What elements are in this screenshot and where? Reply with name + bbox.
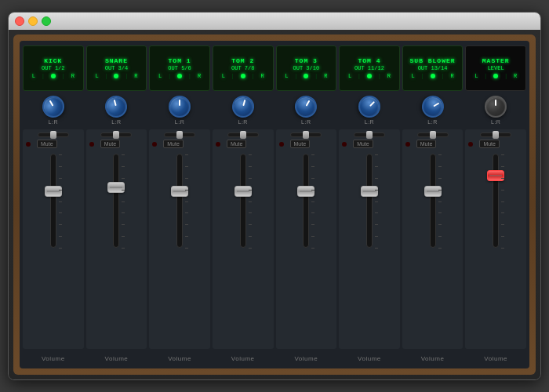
- lcd-l: L: [32, 73, 35, 79]
- pan-slider-thumb: [493, 131, 499, 139]
- mute-button[interactable]: Mute: [100, 140, 121, 148]
- volume-label-5: Volume: [339, 355, 400, 362]
- fader-track[interactable]: [50, 154, 56, 248]
- fader-area: [24, 151, 82, 346]
- lcd-r: R: [134, 73, 137, 79]
- fader-ticks: [185, 154, 188, 249]
- mute-button[interactable]: Mute: [416, 140, 437, 148]
- mute-led: [26, 142, 31, 147]
- main-window: KICK OUT 1/2 L | | R SNARE OUT 3/4 L | |…: [8, 12, 541, 380]
- lcd-panel-sub-blower: SUB BLOWER OUT 13/14 L | | R: [402, 45, 464, 91]
- mute-led: [468, 142, 473, 147]
- pan-area: [278, 132, 336, 137]
- volume-label-2: Volume: [149, 355, 210, 362]
- pan-area: [24, 132, 82, 137]
- fader-ticks: [249, 154, 252, 249]
- channel-strip-tom-3: Mute: [276, 129, 337, 349]
- mute-button[interactable]: Mute: [290, 140, 311, 148]
- mute-button[interactable]: Mute: [227, 140, 247, 148]
- knob-master[interactable]: [485, 96, 507, 118]
- lcd-l: L: [348, 73, 351, 79]
- volume-label-1: Volume: [86, 355, 147, 362]
- pan-slider-track[interactable]: [480, 132, 511, 137]
- mute-button[interactable]: Mute: [163, 140, 184, 148]
- knob-kick[interactable]: [38, 92, 68, 122]
- mute-button[interactable]: Mute: [37, 140, 57, 148]
- pan-slider-track[interactable]: [354, 132, 385, 137]
- knob-label: L:R: [301, 119, 311, 125]
- fader-area: [151, 151, 209, 346]
- fader-track[interactable]: [303, 154, 309, 248]
- fader-area: [404, 151, 462, 346]
- mute-button[interactable]: Mute: [479, 140, 500, 148]
- mute-led: [89, 142, 94, 147]
- lcd-led: [493, 74, 498, 78]
- fader-area: [467, 151, 525, 346]
- lcd-led: [114, 74, 118, 78]
- mute-led: [342, 142, 347, 147]
- pan-slider-track[interactable]: [417, 132, 449, 137]
- mute-row: Mute: [278, 140, 336, 148]
- mute-row: Mute: [467, 140, 525, 148]
- knob-container-6: L:R: [402, 96, 464, 125]
- lcd-r: R: [71, 73, 75, 79]
- fader-area: [88, 151, 146, 346]
- pan-area: [214, 132, 272, 137]
- lcd-title: TOM 2: [231, 57, 254, 65]
- pan-slider-track[interactable]: [290, 132, 322, 137]
- lcd-out: OUT 13/14: [418, 65, 448, 71]
- lcd-out: OUT 5/6: [168, 65, 191, 71]
- mixer-frame: KICK OUT 1/2 L | | R SNARE OUT 3/4 L | |…: [13, 34, 536, 375]
- pan-area: [340, 132, 398, 137]
- fader-track[interactable]: [366, 154, 373, 248]
- lcd-l: L: [474, 73, 478, 79]
- knob-tom-4[interactable]: [354, 91, 385, 122]
- traffic-lights: [15, 16, 51, 26]
- pan-slider-track[interactable]: [164, 132, 195, 137]
- mute-button[interactable]: Mute: [353, 140, 373, 148]
- fader-ticks: [59, 154, 62, 249]
- knob-container-2: L:R: [149, 96, 210, 125]
- lcd-out: OUT 3/4: [105, 65, 128, 71]
- knob-snare[interactable]: [103, 93, 129, 120]
- title-bar: [9, 13, 540, 30]
- lcd-panel-kick: KICK OUT 1/2 L | | R: [23, 45, 84, 91]
- mute-row: Mute: [214, 140, 272, 148]
- knob-tom-3[interactable]: [291, 92, 321, 122]
- channels-row: Mute Mute Mute Mute Mute Mute: [23, 129, 526, 349]
- maximize-button[interactable]: [42, 16, 51, 26]
- fader-area: [340, 151, 398, 346]
- lcd-out: LEVEL: [488, 65, 504, 71]
- knob-container-5: L:R: [339, 96, 400, 125]
- pan-slider-thumb: [176, 131, 183, 139]
- fader-track[interactable]: [240, 154, 246, 248]
- lcd-out: OUT 7/8: [231, 65, 254, 71]
- lcd-out: OUT 1/2: [42, 65, 64, 71]
- lcd-title: SNARE: [105, 57, 128, 65]
- fader-track[interactable]: [430, 154, 436, 248]
- minimize-button[interactable]: [28, 16, 38, 26]
- volume-label-3: Volume: [213, 355, 274, 362]
- pan-slider-track[interactable]: [38, 132, 69, 137]
- mute-row: Mute: [24, 140, 82, 148]
- knob-tom-1[interactable]: [169, 96, 191, 118]
- knob-sub-blower[interactable]: [417, 92, 447, 122]
- mixer-inner: KICK OUT 1/2 L | | R SNARE OUT 3/4 L | |…: [20, 41, 529, 368]
- lcd-r: R: [514, 73, 517, 79]
- fader-track[interactable]: [176, 154, 183, 248]
- lcd-l: L: [222, 73, 225, 79]
- lcd-panel-snare: SNARE OUT 3/4 L | | R: [86, 45, 147, 91]
- lcd-panel-tom-1: TOM 1 OUT 5/6 L | | R: [149, 45, 210, 91]
- knob-container-3: L:R: [213, 96, 274, 125]
- lcd-title: TOM 4: [358, 57, 380, 65]
- close-button[interactable]: [15, 16, 24, 26]
- pan-slider-track[interactable]: [100, 132, 132, 137]
- lcd-led: [241, 74, 245, 78]
- knob-tom-2[interactable]: [230, 93, 256, 120]
- knob-label: L:R: [427, 119, 437, 125]
- lcd-out: OUT 11/12: [354, 65, 384, 71]
- pan-slider-track[interactable]: [227, 132, 259, 137]
- pan-area: [88, 132, 146, 137]
- fader-track[interactable]: [493, 154, 499, 248]
- fader-track[interactable]: [113, 154, 119, 248]
